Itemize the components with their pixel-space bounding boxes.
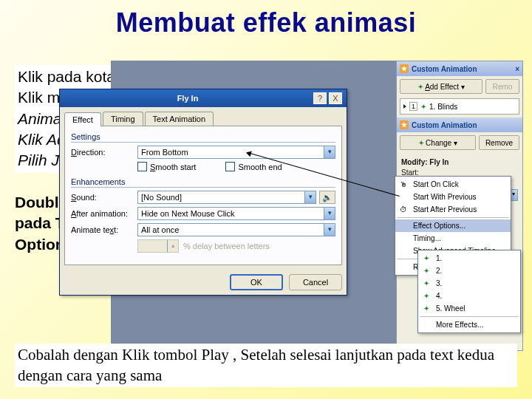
menu-start-with-previous[interactable]: Start With Previous [395,191,511,203]
animate-text-label: Animate text: [71,225,137,234]
star-icon: ✦ [421,266,432,276]
menu-timing[interactable]: Timing... [395,232,511,245]
star-icon: ✦ [420,103,426,111]
pane-title: Custom Animation [412,65,477,73]
star-icon: ✦ [418,139,424,147]
chevron-down-icon: ▾ [304,191,316,203]
sound-combo[interactable]: [No Sound]▾ [137,191,316,204]
smooth-end-checkbox[interactable] [225,162,235,171]
change-button[interactable]: ✦Change ▾ [400,135,476,150]
sound-label: Sound: [71,193,137,202]
animate-text-combo[interactable]: All at once▾ [137,223,335,236]
remove-button: Remo [485,79,519,94]
separator [420,316,519,317]
menu-start-after-previous[interactable]: ⏱Start After Previous [395,203,511,216]
dialog-titlebar[interactable]: Fly In ? X [60,89,347,107]
star-icon: ✦ [421,253,432,264]
enhancements-group: Enhancements Sound: [No Sound]▾ 🔈 After … [71,177,335,253]
dialog-buttons: OK Cancel [60,270,347,295]
direction-label: Direction: [71,148,137,157]
star-icon: ✦ [421,304,432,314]
pane-subheader: ★ Custom Animation [397,117,522,132]
item-label: 1. Blinds [429,103,457,111]
animation-list-item[interactable]: 1 ✦ 1. Blinds [400,98,519,115]
menu-start-on-click[interactable]: 🖱Start On Click [395,178,511,191]
close-icon[interactable]: × [515,65,519,73]
smooth-end-label: Smooth end [238,163,282,171]
ok-button[interactable]: OK [230,274,283,290]
delay-spinner: ▴ [137,239,179,253]
settings-group-label: Settings [71,132,335,143]
instructions-bottom: Cobalah dengan Klik tombol Play , Setela… [15,344,517,387]
pane-header: ★ Custom Animation × [397,61,522,76]
menu-effect-options[interactable]: Effect Options... [395,219,511,232]
submenu-effect-1[interactable]: ✦1. [418,252,520,265]
tab-text-animation[interactable]: Text Animation [145,112,214,126]
remove-effect-button[interactable]: Remove [479,135,519,150]
dialog-tabs: Effect Timing Text Animation [60,107,347,126]
enhancements-group-label: Enhancements [71,177,335,188]
speaker-icon[interactable]: 🔈 [319,191,335,204]
direction-combo[interactable]: From Bottom▾ [137,146,335,159]
tab-effect[interactable]: Effect [64,112,101,126]
star-icon: ✦ [421,291,432,301]
star-icon: ★ [400,64,409,73]
after-animation-combo[interactable]: Hide on Next Mouse Click▾ [137,207,335,220]
chevron-down-icon: ▾ [324,208,335,219]
spinner-icon: ▴ [167,240,178,252]
tab-timing[interactable]: Timing [103,112,143,126]
chevron-down-icon: ▾ [324,146,335,158]
delay-label: % delay between letters [183,242,270,250]
submenu-more-effects[interactable]: More Effects... [418,318,520,331]
flyin-dialog: Fly In ? X Effect Timing Text Animation … [59,89,347,296]
smooth-start-label: Smooth start [150,163,196,171]
add-effect-button[interactable]: ✦Add Effect ▾ [400,79,482,94]
separator [397,217,509,218]
modify-title: Modify: Fly In [401,158,518,166]
page-title: Membuat effek animasi [0,0,532,38]
star-icon: ✦ [417,83,423,91]
pane-subtitle: Custom Animation [412,121,477,129]
chevron-down-icon: ▾ [324,224,335,236]
submenu-effect-2[interactable]: ✦2. [418,265,520,277]
effects-submenu: ✦1. ✦2. ✦3. ✦4. ✦5. Wheel More Effects..… [417,250,521,333]
close-button[interactable]: X [329,92,342,104]
dialog-title-text: Fly In [64,94,311,103]
clock-icon: ⏱ [398,205,409,215]
star-icon: ✦ [421,279,432,289]
help-button[interactable]: ? [313,92,327,104]
smooth-start-checkbox[interactable] [137,162,147,171]
item-number: 1 [409,102,417,111]
cancel-button[interactable]: Cancel [289,274,342,290]
play-triangle-icon [403,104,406,109]
mouse-icon: 🖱 [398,180,409,190]
submenu-effect-4[interactable]: ✦4. [418,290,520,302]
tab-panel-effect: Settings Direction: From Bottom▾ Smooth … [64,126,342,265]
submenu-effect-wheel[interactable]: ✦5. Wheel [418,302,520,315]
after-animation-label: After animation: [71,209,137,218]
star-icon: ★ [400,120,409,129]
submenu-effect-3[interactable]: ✦3. [418,277,520,290]
